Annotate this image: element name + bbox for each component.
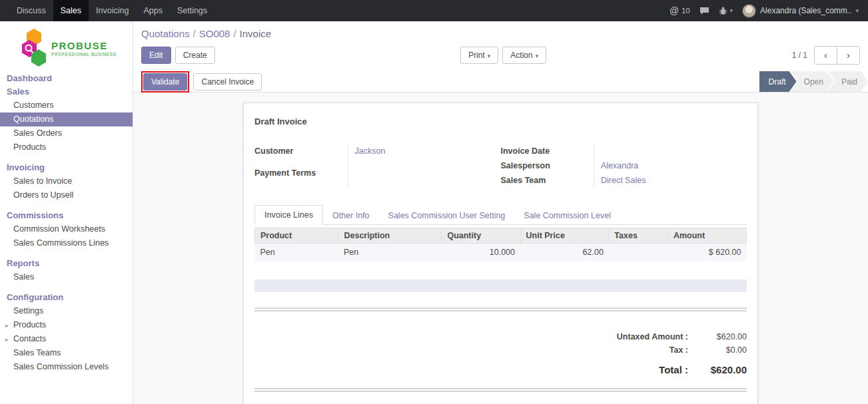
mention-indicator[interactable]: @ 10	[669, 5, 689, 16]
sidebar-item-products[interactable]: Products	[0, 140, 133, 154]
sidebar-item-config-contacts[interactable]: ▸Contacts	[0, 332, 133, 346]
payment-terms-label: Payment Terms	[254, 166, 348, 188]
probuse-logo: PROBUSE PROFESSIONAL BUSINESS	[0, 21, 133, 72]
print-label: Print	[468, 51, 485, 60]
tab-sales-commission-user-setting[interactable]: Sales Commission User Setting	[379, 206, 515, 225]
sidebar-heading-reports[interactable]: Reports	[0, 257, 133, 270]
untaxed-amount-label: Untaxed Amount :	[540, 332, 695, 341]
caret-right-icon: ▸	[5, 335, 9, 345]
status-paid[interactable]: Paid	[828, 71, 868, 92]
untaxed-amount-value: $620.00	[695, 332, 747, 341]
sidebar-heading-commissions[interactable]: Commissions	[0, 209, 133, 222]
table-header-row: Product Description Quantity Unit Price …	[255, 228, 747, 244]
breadcrumb-so008[interactable]: SO008	[199, 28, 230, 39]
sidebar-item-sales-to-invoice[interactable]: Sales to Invoice	[0, 174, 133, 188]
sidebar-item-commission-worksheets[interactable]: Commission Worksheets	[0, 222, 133, 236]
caret-right-icon: ▸	[5, 321, 9, 331]
total-value: $620.00	[695, 364, 747, 375]
bug-icon	[719, 7, 727, 15]
header-quantity: Quantity	[442, 228, 520, 244]
totals-block: Untaxed Amount : $620.00 Tax : $0.00 Tot…	[540, 330, 747, 377]
sidebar-heading-invoicing[interactable]: Invoicing	[0, 161, 133, 174]
sidebar-item-orders-to-upsell[interactable]: Orders to Upsell	[0, 188, 133, 202]
statusbar: Validate Cancel Invoice Draft Open Paid	[133, 71, 868, 93]
cell-taxes	[609, 244, 668, 262]
sidebar-item-label: Contacts	[13, 334, 46, 343]
cancel-invoice-button[interactable]: Cancel Invoice	[193, 73, 262, 91]
cell-amount: $ 620.00	[667, 244, 746, 262]
total-label: Total :	[540, 364, 695, 375]
messages-button[interactable]	[699, 7, 709, 15]
cell-quantity: 10.000	[442, 244, 520, 262]
print-dropdown-button[interactable]: Print▾	[460, 47, 498, 64]
user-menu[interactable]: Alexandra (Sales_comm.. ▾	[742, 4, 859, 18]
header-unit-price: Unit Price	[520, 228, 609, 244]
sidebar-item-sales-commissions-lines[interactable]: Sales Commissions Lines	[0, 236, 133, 250]
tab-other-info[interactable]: Other Info	[323, 206, 379, 225]
status-draft[interactable]: Draft	[759, 71, 797, 92]
top-navbar: Discuss Sales Invoicing Apps Settings @ …	[0, 0, 868, 21]
pager-previous-button[interactable]: ‹	[814, 46, 837, 65]
debug-menu-button[interactable]: ▾	[719, 7, 733, 15]
main-content: Quotations/SO008/Invoice Edit Create Pri…	[133, 21, 868, 404]
salesperson-label: Salesperson	[501, 158, 594, 173]
sidebar-item-quotations[interactable]: Quotations	[0, 112, 133, 126]
form-view-area: Draft Invoice Customer Jackson Payment T…	[133, 93, 868, 404]
field-groups: Customer Jackson Payment Terms Invoice D…	[254, 144, 747, 188]
sidebar-item-reports-sales[interactable]: Sales	[0, 270, 133, 284]
status-open[interactable]: Open	[791, 71, 834, 92]
sidebar-item-sales-teams[interactable]: Sales Teams	[0, 346, 133, 360]
sidebar-heading-sales[interactable]: Sales	[0, 85, 133, 99]
top-menu: Discuss Sales Invoicing Apps Settings	[0, 0, 215, 21]
sidebar-item-label: Products	[13, 320, 46, 329]
sidebar-item-config-products[interactable]: ▸Products	[0, 318, 133, 332]
breadcrumb-current: Invoice	[240, 28, 272, 39]
create-button[interactable]: Create	[175, 47, 215, 64]
section-separator	[254, 307, 747, 311]
header-taxes: Taxes	[609, 228, 668, 244]
invoice-lines-table: Product Description Quantity Unit Price …	[254, 228, 747, 261]
tab-sale-commission-level[interactable]: Sale Commission Level	[514, 206, 620, 225]
menu-sales[interactable]: Sales	[53, 0, 89, 21]
invoice-sheet: Draft Invoice Customer Jackson Payment T…	[243, 102, 758, 404]
breadcrumb-quotations[interactable]: Quotations	[141, 28, 190, 39]
pager-counter: 1 / 1	[792, 51, 807, 60]
cell-unit-price: 62.00	[520, 244, 609, 262]
sidebar-item-sales-commission-levels[interactable]: Sales Commission Levels	[0, 360, 133, 374]
sidebar: PROBUSE PROFESSIONAL BUSINESS Dashboard …	[0, 21, 133, 404]
topbar-right: @ 10 ▾ Alexandra (Sales_comm.. ▾	[669, 0, 868, 21]
edit-button[interactable]: Edit	[141, 47, 171, 64]
probuse-logo-icon	[21, 27, 47, 69]
menu-settings[interactable]: Settings	[170, 0, 215, 21]
pager-next-button[interactable]: ›	[837, 46, 860, 65]
menu-discuss[interactable]: Discuss	[9, 0, 53, 21]
invoice-line-row[interactable]: Pen Pen 10.000 62.00 $ 620.00	[255, 244, 747, 262]
sidebar-item-config-settings[interactable]: Settings	[0, 304, 133, 318]
sidebar-item-customers[interactable]: Customers	[0, 99, 133, 112]
action-dropdown-button[interactable]: Action▾	[502, 47, 546, 64]
sidebar-item-sales-orders[interactable]: Sales Orders	[0, 126, 133, 140]
validate-button[interactable]: Validate	[143, 73, 187, 91]
menu-invoicing[interactable]: Invoicing	[89, 0, 136, 21]
breadcrumb-separator: /	[190, 28, 199, 39]
tax-value: $0.00	[695, 345, 747, 355]
caret-down-icon: ▾	[536, 53, 539, 59]
invoice-date-value	[594, 144, 747, 158]
sidebar-heading-dashboard[interactable]: Dashboard	[0, 72, 133, 85]
tab-invoice-lines[interactable]: Invoice Lines	[254, 205, 323, 225]
control-panel: Quotations/SO008/Invoice Edit Create Pri…	[133, 21, 868, 71]
avatar	[742, 4, 756, 18]
cell-product: Pen	[255, 244, 338, 262]
menu-apps[interactable]: Apps	[136, 0, 170, 21]
tax-label: Tax :	[540, 345, 695, 355]
status-pipeline: Draft Open Paid	[759, 71, 868, 92]
invoice-title: Draft Invoice	[254, 116, 747, 126]
payment-terms-value	[348, 166, 501, 188]
salesperson-value-link[interactable]: Alexandra	[601, 161, 638, 170]
logo-title: PROBUSE	[51, 40, 117, 51]
annotation-highlight: Validate	[141, 71, 189, 93]
logo-subtitle: PROFESSIONAL BUSINESS	[51, 52, 117, 57]
customer-value-link[interactable]: Jackson	[355, 146, 386, 156]
sales-team-value-link[interactable]: Direct Sales	[601, 176, 646, 185]
sidebar-heading-configuration[interactable]: Configuration	[0, 291, 133, 304]
